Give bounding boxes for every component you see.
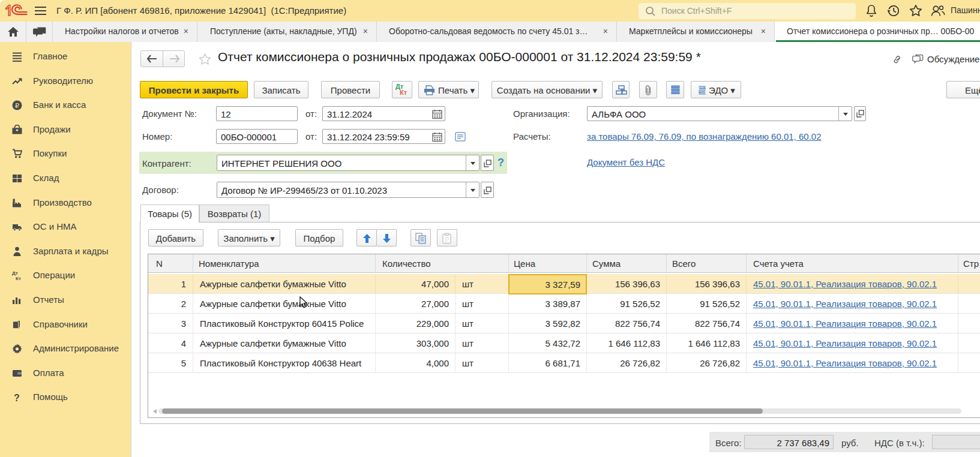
svg-text:₽: ₽: [15, 102, 19, 109]
svg-text:?: ?: [14, 393, 20, 402]
svg-text:Дт: Дт: [12, 270, 18, 276]
svg-text:Кт: Кт: [16, 276, 21, 281]
